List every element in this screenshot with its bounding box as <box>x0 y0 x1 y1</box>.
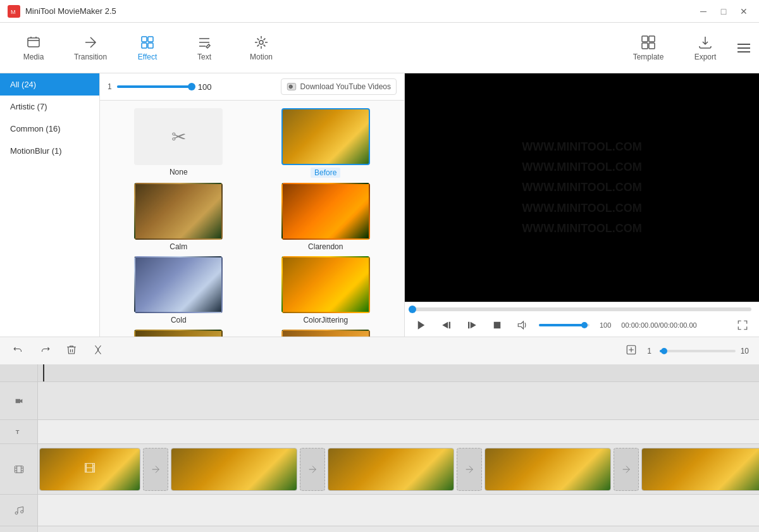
film-clip-0[interactable]: 🎞 <box>39 448 140 491</box>
track-label-audio <box>0 495 37 526</box>
stop-button[interactable] <box>488 316 506 334</box>
zoom-controls: 1 10 <box>623 342 749 360</box>
effect-colorjittering[interactable]: ColorJittering <box>255 256 397 325</box>
preview-video: WWW.MINITOOL.COMWWW.MINITOOL.COMWWW.MINI… <box>405 73 759 302</box>
effect-before[interactable]: Before <box>255 108 397 178</box>
volume-value: 100 <box>600 321 611 329</box>
svg-rect-3 <box>142 37 147 42</box>
effect-calm[interactable]: Calm <box>108 183 250 251</box>
zoom-slider[interactable] <box>660 350 736 352</box>
sidebar-item-all[interactable]: All (24) <box>0 73 99 96</box>
svg-rect-16 <box>449 322 450 329</box>
toolbar-effect[interactable]: Effect <box>119 26 176 70</box>
youtube-icon <box>287 82 297 92</box>
svg-marker-17 <box>471 322 476 329</box>
effect-clarendon[interactable]: Clarendon <box>255 183 397 251</box>
track-label-film <box>0 444 37 495</box>
effects-sidebar: All (24) Artistic (7) Common (16) Motion… <box>0 73 100 337</box>
play-button[interactable] <box>412 316 430 334</box>
effect-extra1[interactable] <box>108 330 250 337</box>
effect-calm-label: Calm <box>170 242 187 251</box>
cut-button[interactable] <box>90 342 106 360</box>
main-toolbar: Media Transition Effect Text Motion Temp… <box>0 23 759 73</box>
toolbar-motion[interactable]: Motion <box>233 26 290 70</box>
svg-rect-5 <box>142 43 147 48</box>
sidebar-item-motionblur[interactable]: MotionBlur (1) <box>0 140 99 162</box>
effect-intensity-slider[interactable] <box>117 85 193 88</box>
main-content: All (24) Artistic (7) Common (16) Motion… <box>0 73 759 337</box>
toolbar-text[interactable]: Text <box>176 26 233 70</box>
left-panel: All (24) Artistic (7) Common (16) Motion… <box>0 73 405 337</box>
film-clips: 🎞 <box>38 444 759 494</box>
svg-rect-18 <box>468 322 469 329</box>
progress-thumb <box>409 306 416 313</box>
prev-button[interactable] <box>438 316 455 334</box>
svg-point-26 <box>15 512 18 514</box>
effects-container: All (24) Artistic (7) Common (16) Motion… <box>0 73 405 337</box>
transition-0[interactable] <box>143 448 168 491</box>
timeline-content[interactable]: 🎞 <box>38 364 759 532</box>
volume-slider[interactable] <box>539 324 589 326</box>
svg-point-7 <box>259 40 263 44</box>
next-button[interactable] <box>463 316 481 334</box>
transition-2[interactable] <box>457 448 482 491</box>
effects-header: 1 100 Download YouTube Videos <box>100 73 404 101</box>
film-clip-1[interactable] <box>171 448 297 491</box>
fullscreen-button[interactable] <box>734 316 751 334</box>
effect-none-label: None <box>170 168 188 176</box>
effects-grid: ✂ None Before Calm <box>100 101 404 337</box>
svg-marker-20 <box>518 321 523 329</box>
preview-panel: WWW.MINITOOL.COMWWW.MINITOOL.COMWWW.MINI… <box>405 73 759 337</box>
toolbar-effect-label: Effect <box>138 53 157 61</box>
volume-icon[interactable] <box>514 316 531 334</box>
maximize-button[interactable]: □ <box>716 4 731 19</box>
effect-none-thumb: ✂ <box>134 108 223 165</box>
menu-button[interactable] <box>734 38 754 58</box>
sidebar-item-artistic[interactable]: Artistic (7) <box>0 96 99 118</box>
slider-min-label: 1 <box>108 82 112 91</box>
progress-bar[interactable] <box>412 307 751 311</box>
transition-1[interactable] <box>300 448 325 491</box>
timeline-playhead <box>43 364 44 381</box>
toolbar-export[interactable]: Export <box>677 26 734 70</box>
redo-button[interactable] <box>37 342 53 360</box>
toolbar-transition-label: Transition <box>74 53 107 61</box>
delete-button[interactable] <box>63 342 80 360</box>
effect-cold[interactable]: Cold <box>108 256 250 325</box>
controls-row: 100 00:00:00.00/00:00:00.00 <box>412 316 751 334</box>
toolbar-media[interactable]: Media <box>5 26 62 70</box>
effect-none[interactable]: ✂ None <box>108 108 250 178</box>
close-button[interactable]: ✕ <box>736 4 751 19</box>
effects-panel: 1 100 Download YouTube Videos <box>100 73 404 337</box>
svg-text:M: M <box>11 9 16 15</box>
app-title: MiniTool MovieMaker 2.5 <box>25 6 696 16</box>
svg-rect-11 <box>649 43 655 49</box>
window-controls: ─ □ ✕ <box>696 4 751 19</box>
film-clip-3[interactable] <box>484 448 611 491</box>
track-label-video <box>0 382 37 420</box>
zoom-fit-button[interactable] <box>623 342 639 360</box>
svg-text:T: T <box>15 428 19 435</box>
undo-button[interactable] <box>10 342 27 360</box>
toolbar-transition[interactable]: Transition <box>62 26 119 70</box>
svg-rect-8 <box>642 36 648 42</box>
effect-calm-thumb <box>134 183 223 240</box>
sidebar-item-common[interactable]: Common (16) <box>0 118 99 140</box>
time-total: 00:00:00.00 <box>660 321 697 329</box>
transition-3[interactable] <box>614 448 639 491</box>
effect-extra1-thumb <box>134 330 223 337</box>
toolbar-template[interactable]: Template <box>620 26 677 70</box>
minimize-button[interactable]: ─ <box>696 4 711 19</box>
film-clip-2[interactable] <box>328 448 454 491</box>
svg-rect-9 <box>649 36 655 42</box>
toolbar-media-label: Media <box>23 53 44 61</box>
bottom-toolbar: 1 10 <box>0 337 759 364</box>
svg-marker-15 <box>442 322 448 329</box>
toolbar-motion-label: Motion <box>250 53 273 61</box>
film-clip-4[interactable] <box>641 448 759 491</box>
effect-colorjittering-label: ColorJittering <box>303 316 348 325</box>
time-display: 00:00:00.00/00:00:00.00 <box>621 321 696 329</box>
effect-extra2[interactable] <box>255 330 397 337</box>
download-youtube-button[interactable]: Download YouTube Videos <box>281 78 397 95</box>
app-logo: M <box>8 5 20 18</box>
